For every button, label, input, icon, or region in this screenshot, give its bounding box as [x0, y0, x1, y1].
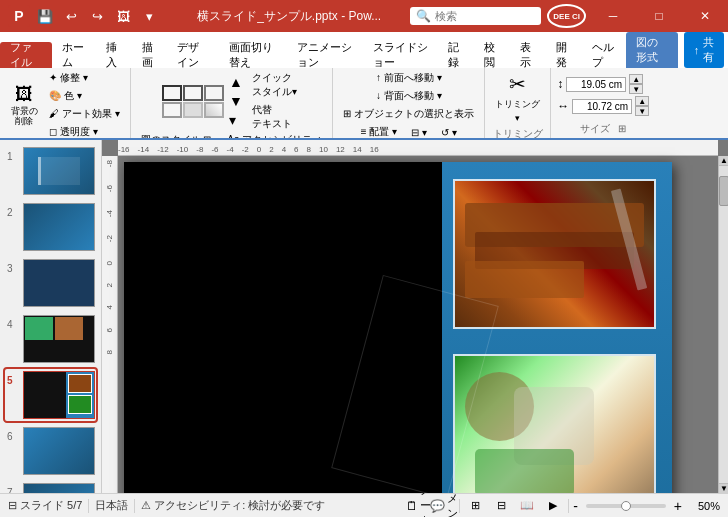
tab-shape-format[interactable]: 図の形式	[626, 37, 678, 63]
close-btn[interactable]: ✕	[682, 0, 728, 32]
slide-photo-1[interactable]	[453, 179, 656, 329]
width-input[interactable]	[572, 99, 632, 114]
tab-transitions[interactable]: 画面切り替え	[219, 42, 287, 68]
v-scrollbar[interactable]: ▼ ▲	[718, 156, 728, 493]
tab-help[interactable]: ヘルプ	[582, 42, 626, 68]
window-title: 横スライド_サンプル.pptx - Pow...	[168, 8, 410, 25]
tab-draw[interactable]: 描画	[132, 42, 168, 68]
ruler-tick: 8	[307, 145, 311, 154]
notes-btn[interactable]: 🗒 ノート	[407, 497, 429, 515]
tab-home[interactable]: ホーム	[52, 42, 96, 68]
reading-view-btn[interactable]: 📖	[516, 497, 538, 515]
zoom-slider[interactable]	[586, 504, 666, 508]
align-btn[interactable]: ≡ 配置 ▾	[357, 124, 401, 140]
height-up-btn[interactable]: ▲	[629, 74, 643, 84]
tab-view[interactable]: 表示	[510, 42, 546, 68]
app-icon: P	[8, 5, 30, 27]
quick-style-btn[interactable]: クイックスタイル▾	[248, 70, 301, 100]
user-avatar[interactable]: DEE CI	[547, 4, 586, 28]
style-expand[interactable]: ▾	[228, 111, 244, 129]
zoom-plus-btn[interactable]: +	[674, 498, 682, 514]
style-preview-4[interactable]	[162, 102, 182, 118]
undo-btn[interactable]: ↩	[60, 5, 82, 27]
main-content: 1 2 3 4 5	[0, 140, 728, 493]
search-input[interactable]	[435, 10, 535, 22]
height-spinner: ▲ ▼	[629, 74, 643, 94]
replace-text-btn[interactable]: 代替テキスト	[248, 102, 301, 132]
correction-btn[interactable]: ✦ 修整 ▾	[45, 70, 124, 86]
tab-slideshow[interactable]: スライドショー	[363, 42, 439, 68]
tab-file[interactable]: ファイル	[0, 42, 52, 68]
style-scroll-up[interactable]: ▲	[228, 73, 244, 91]
slide-thumb-3[interactable]: 3	[5, 257, 96, 309]
tab-review[interactable]: 校閲	[474, 42, 510, 68]
rotate-btn[interactable]: ↺ ▾	[437, 124, 461, 140]
slide-thumb-5[interactable]: 5	[5, 369, 96, 421]
accessibility-info[interactable]: ⚠ アクセシビリティ: 検討が必要です	[141, 498, 325, 513]
art-effect-btn[interactable]: 🖌 アート効果 ▾	[45, 106, 124, 122]
height-icon: ↕	[557, 77, 563, 91]
style-preview-1[interactable]	[162, 85, 182, 101]
redo-btn[interactable]: ↪	[86, 5, 108, 27]
save-btn[interactable]: 💾	[34, 5, 56, 27]
style-preview-3[interactable]	[204, 85, 224, 101]
zoom-level[interactable]: 50%	[686, 500, 720, 512]
group-btn[interactable]: ⊟ ▾	[407, 124, 431, 140]
menu-btn[interactable]: ▾	[138, 5, 160, 27]
shape-style-btn[interactable]: 図のスタイル ⊞	[137, 132, 216, 140]
height-input[interactable]	[566, 77, 626, 92]
zoom-minus-btn[interactable]: -	[573, 498, 578, 514]
photo-food-content	[455, 356, 654, 493]
crop-icon: ✂	[509, 72, 526, 96]
select-pane-btn[interactable]: ⊞ オブジェクトの選択と表示	[339, 106, 478, 122]
v-ruler-tick: 4	[105, 305, 114, 309]
v-scroll-down[interactable]: ▼	[719, 483, 728, 493]
slide-thumb-6[interactable]: 6	[5, 425, 96, 477]
share-button[interactable]: ↑ 共有	[684, 32, 724, 68]
ruler-tick: 16	[370, 145, 379, 154]
style-preview-5[interactable]	[183, 102, 203, 118]
style-scroll-down[interactable]: ▼	[228, 92, 244, 110]
tab-design[interactable]: デザイン	[167, 42, 219, 68]
v-scroll-thumb[interactable]	[719, 176, 728, 206]
crop-btn[interactable]: ✂ トリミング ▾	[491, 70, 544, 125]
color-btn[interactable]: 🎨 色 ▾	[45, 88, 124, 104]
zoom-thumb[interactable]	[621, 501, 631, 511]
width-up-btn[interactable]: ▲	[635, 96, 649, 106]
v-ruler-tick: 8	[105, 350, 114, 354]
search-icon: 🔍	[416, 9, 431, 23]
slideshow-view-btn[interactable]: ▶	[542, 497, 564, 515]
tab-animations[interactable]: アニメーション	[287, 42, 363, 68]
language-info: 日本語	[95, 498, 128, 513]
normal-view-btn[interactable]: ⊞	[464, 497, 486, 515]
tab-insert[interactable]: 挿入	[96, 42, 132, 68]
comments-btn[interactable]: 💬 コメント	[433, 497, 455, 515]
slide-thumb-1[interactable]: 1	[5, 145, 96, 197]
slide-thumb-4[interactable]: 4	[5, 313, 96, 365]
accessibility-btn[interactable]: Aa アクセシビリティ	[223, 132, 326, 140]
width-down-btn[interactable]: ▼	[635, 106, 649, 116]
tab-dev[interactable]: 開発	[546, 42, 582, 68]
bring-front-btn[interactable]: ↑ 前面へ移動 ▾	[372, 70, 446, 86]
v-scroll-up[interactable]: ▲	[719, 156, 728, 166]
ruler-tick: 4	[282, 145, 286, 154]
send-back-btn[interactable]: ↓ 背面へ移動 ▾	[372, 88, 446, 104]
slide-thumb-2[interactable]: 2	[5, 201, 96, 253]
crop-content: ✂ トリミング ▾	[491, 70, 544, 125]
present-btn[interactable]: 🖼	[112, 5, 134, 27]
maximize-btn[interactable]: □	[636, 0, 682, 32]
slide-photo-2[interactable]	[453, 354, 656, 493]
slide-thumb-7[interactable]: 7	[5, 481, 96, 493]
style-preview-6[interactable]	[204, 102, 224, 118]
remove-bg-btn[interactable]: 🖼 背景の削除	[6, 82, 42, 129]
slide-preview-5	[23, 371, 95, 419]
height-down-btn[interactable]: ▼	[629, 84, 643, 94]
slide-num-6: 6	[7, 431, 19, 442]
group-adjust: 🖼 背景の削除 ✦ 修整 ▾ 🎨 色 ▾ 🖌 アート効果 ▾ ◻ 透明度 ▾ 調…	[0, 68, 131, 138]
transparency-btn[interactable]: ◻ 透明度 ▾	[45, 124, 124, 140]
minimize-btn[interactable]: ─	[590, 0, 636, 32]
sorter-view-btn[interactable]: ⊟	[490, 497, 512, 515]
style-preview-2[interactable]	[183, 85, 203, 101]
tab-record[interactable]: 記録	[438, 42, 474, 68]
ruler-tick: 12	[336, 145, 345, 154]
